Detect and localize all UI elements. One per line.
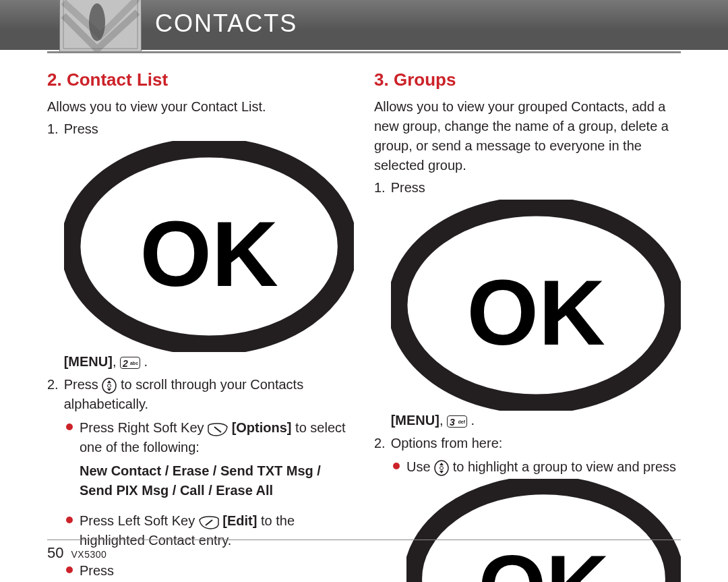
step-2-groups: 2. Options from here: [374,434,681,453]
ok-icon: OK [64,141,354,352]
bullet-view: Press OK [VIEW] to view the highlighted … [66,561,354,582]
key-digit: 2 [123,357,128,370]
bullet-options: Press Right Soft Key [Options] to select… [66,418,354,500]
text: . [140,354,148,369]
menu-label: [MENU] [64,354,113,369]
step-number: 2. [47,375,59,414]
svg-text:OK: OK [466,261,605,364]
step-number: 2. [374,434,386,453]
model-number: VX5300 [71,549,107,560]
svg-text:OK: OK [140,202,278,305]
text: , [439,413,447,428]
text: Press [64,377,102,392]
key-2-icon: 2 abc [120,357,140,369]
menu-label: [MENU] [391,413,439,428]
intro-contact-list: Allows you to view your Contact List. [47,97,354,117]
bullets-groups: Use to highlight a group to view and pre… [374,457,681,582]
ok-icon: OK [391,200,681,411]
edit-label: [Edit] [222,513,257,528]
key-3-icon: 3 def [447,415,467,428]
text: Use [406,459,434,474]
key-digit: 3 [450,415,455,429]
intro-groups: Allows you to view your grouped Contacts… [374,97,681,175]
bullet-dot-icon [393,463,400,469]
footer-rule [47,540,681,540]
step-number: 1. [374,178,386,432]
photo-placeholder-icon [60,0,141,52]
page-number: 50 [47,544,63,561]
header-bar: CONTACTS [0,0,728,50]
column-contact-list: 2. Contact List Allows you to view your … [47,62,354,582]
right-soft-key-icon [208,423,228,436]
svg-point-1 [89,3,105,41]
content-columns: 2. Contact List Allows you to view your … [47,62,681,582]
header-divider [47,51,681,53]
bullet-highlight-view: Use to highlight a group to view and pre… [393,457,681,582]
left-soft-key-icon [199,516,219,529]
footer: 50 VX5300 [47,544,107,562]
bullet-dot-icon [66,517,73,523]
svg-point-5 [108,384,111,387]
bullet-edit: Press Left Soft Key [Edit] to the highli… [66,511,354,550]
header-photo [59,0,142,53]
text: . [467,413,475,428]
text: Press [391,180,425,195]
step-1-groups: 1. Press OK [MENU], 3 def . [374,178,681,432]
text: to highlight a group to view and press [453,459,676,474]
options-label: [Options] [232,420,292,435]
nav-up-down-icon [102,378,117,394]
heading-groups: 3. Groups [374,67,681,93]
svg-text:OK: OK [478,537,609,582]
text: Press [80,563,114,578]
svg-point-11 [440,466,444,469]
bullet-dot-icon [66,424,73,430]
bullet-dot-icon [66,566,73,573]
text: Press Right Soft Key [80,420,208,435]
step-2-contact-list: 2. Press to scroll through your Contacts… [47,375,354,414]
heading-contact-list: 2. Contact List [47,67,354,93]
ok-icon: OK [406,479,681,582]
page-section-title: CONTACTS [155,9,297,38]
nav-up-down-icon [434,460,449,476]
options-list: New Contact / Erase / Send TXT Msg / Sen… [80,461,354,500]
page: CONTACTS 2. Contact List Allows you to v… [0,0,728,582]
text: Press [64,121,98,136]
key-letters: def [458,419,466,426]
text: Press Left Soft Key [80,513,199,528]
step-number: 1. [47,119,59,374]
text: Options from here: [391,434,681,453]
step-1-contact-list: 1. Press OK [MENU], 2 abc . [47,119,354,374]
text: , [113,354,120,369]
column-groups: 3. Groups Allows you to view your groupe… [374,62,681,582]
key-letters: abc [130,360,138,367]
